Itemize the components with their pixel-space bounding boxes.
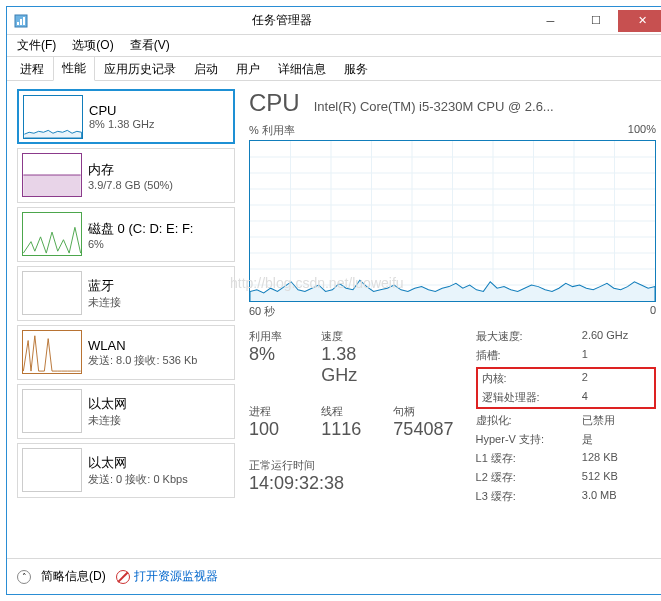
label-l2: L2 缓存: (476, 470, 572, 485)
value-virt: 已禁用 (582, 413, 656, 428)
sidebar-memory-title: 内存 (88, 161, 173, 179)
sidebar-bluetooth-sub: 未连接 (88, 295, 121, 310)
label-max-speed: 最大速度: (476, 329, 572, 344)
disk-mini-chart (22, 212, 82, 256)
value-sockets: 1 (582, 348, 656, 363)
sidebar-ethernet1-title: 以太网 (88, 395, 127, 413)
stat-utilization: 利用率 8% (249, 329, 321, 396)
menu-options[interactable]: 选项(O) (68, 35, 117, 56)
tabstrip: 进程 性能 应用历史记录 启动 用户 详细信息 服务 (7, 57, 661, 81)
value-logical: 4 (582, 390, 650, 405)
label-hyperv: Hyper-V 支持: (476, 432, 572, 447)
tab-users[interactable]: 用户 (227, 57, 269, 81)
bluetooth-mini-chart (22, 271, 82, 315)
maximize-button[interactable]: ☐ (573, 10, 618, 32)
close-button[interactable]: ✕ (618, 10, 661, 32)
sidebar-item-wlan[interactable]: WLAN 发送: 8.0 接收: 536 Kb (17, 325, 235, 380)
sidebar-item-bluetooth[interactable]: 蓝牙 未连接 (17, 266, 235, 321)
sidebar-bluetooth-title: 蓝牙 (88, 277, 121, 295)
open-resource-monitor-link[interactable]: 打开资源监视器 (134, 568, 218, 585)
cpu-usage-chart[interactable]: http://blog.csdn.net/luoweifu (249, 140, 656, 302)
sidebar-item-memory[interactable]: 内存 3.9/7.8 GB (50%) (17, 148, 235, 203)
window-controls: ─ ☐ ✕ (528, 10, 661, 32)
stat-speed: 速度 1.38 GHz (321, 329, 393, 396)
main-panel: CPU Intel(R) Core(TM) i5-3230M CPU @ 2.6… (235, 89, 656, 558)
cpu-mini-chart (23, 95, 83, 139)
sidebar-ethernet2-title: 以太网 (88, 454, 188, 472)
brief-info-button[interactable]: 简略信息(D) (41, 568, 106, 585)
sidebar-item-cpu[interactable]: CPU 8% 1.38 GHz (17, 89, 235, 144)
tab-processes[interactable]: 进程 (11, 57, 53, 81)
tab-app-history[interactable]: 应用历史记录 (95, 57, 185, 81)
wlan-mini-chart (22, 330, 82, 374)
value-max-speed: 2.60 GHz (582, 329, 656, 344)
chart-top-labels: % 利用率 100% (249, 123, 656, 138)
sidebar-wlan-title: WLAN (88, 338, 197, 353)
chart-x-right: 0 (650, 304, 656, 319)
label-l1: L1 缓存: (476, 451, 572, 466)
tab-performance[interactable]: 性能 (53, 56, 95, 81)
svg-rect-4 (23, 175, 80, 196)
content-area: CPU 8% 1.38 GHz 内存 3.9/7.8 GB (50%) 磁盘 (7, 81, 661, 558)
stat-uptime: 正常运行时间 14:09:32:38 (249, 458, 466, 504)
value-hyperv: 是 (582, 432, 656, 447)
main-header: CPU Intel(R) Core(TM) i5-3230M CPU @ 2.6… (249, 89, 656, 117)
sidebar-disk-title: 磁盘 0 (C: D: E: F: (88, 220, 193, 238)
sidebar-memory-sub: 3.9/7.8 GB (50%) (88, 179, 173, 191)
value-l1: 128 KB (582, 451, 656, 466)
sidebar-ethernet1-sub: 未连接 (88, 413, 127, 428)
chevron-up-icon[interactable]: ˄ (17, 570, 31, 584)
stat-threads: 线程 1116 (321, 404, 393, 450)
performance-sidebar: CPU 8% 1.38 GHz 内存 3.9/7.8 GB (50%) 磁盘 (17, 89, 235, 558)
sidebar-item-disk[interactable]: 磁盘 0 (C: D: E: F: 6% (17, 207, 235, 262)
sidebar-ethernet2-sub: 发送: 0 接收: 0 Kbps (88, 472, 188, 487)
task-manager-window: 任务管理器 ─ ☐ ✕ 文件(F) 选项(O) 查看(V) 进程 性能 应用历史… (6, 6, 661, 595)
label-cores: 内核: (482, 371, 572, 386)
menu-file[interactable]: 文件(F) (13, 35, 60, 56)
value-l3: 3.0 MB (582, 489, 656, 504)
menu-view[interactable]: 查看(V) (126, 35, 174, 56)
minimize-button[interactable]: ─ (528, 10, 573, 32)
menubar: 文件(F) 选项(O) 查看(V) (7, 35, 661, 57)
stats-right: 最大速度: 2.60 GHz 插槽: 1 内核: 2 逻辑处理器: 4 虚拟化:… (466, 329, 656, 504)
main-heading: CPU (249, 89, 300, 117)
highlight-cores-logical: 内核: 2 逻辑处理器: 4 (476, 367, 656, 409)
svg-rect-2 (20, 19, 22, 25)
chart-bottom-labels: 60 秒 0 (249, 304, 656, 319)
chart-x-left: 60 秒 (249, 304, 275, 319)
svg-rect-1 (17, 22, 19, 25)
sidebar-item-ethernet1[interactable]: 以太网 未连接 (17, 384, 235, 439)
value-l2: 512 KB (582, 470, 656, 485)
statusbar: ˄ 简略信息(D) 打开资源监视器 (7, 558, 661, 594)
sidebar-wlan-sub: 发送: 8.0 接收: 536 Kb (88, 353, 197, 368)
stats-left: 利用率 8% 速度 1.38 GHz 进程 100 线程 1116 (249, 329, 466, 504)
label-virt: 虚拟化: (476, 413, 572, 428)
cpu-name: Intel(R) Core(TM) i5-3230M CPU @ 2.6... (314, 99, 554, 114)
sidebar-item-ethernet2[interactable]: 以太网 发送: 0 接收: 0 Kbps (17, 443, 235, 498)
app-icon (7, 14, 35, 28)
stat-handles: 句柄 754087 (393, 404, 465, 450)
chart-label-y: % 利用率 (249, 123, 295, 138)
sidebar-disk-sub: 6% (88, 238, 193, 250)
sidebar-cpu-sub: 8% 1.38 GHz (89, 118, 154, 130)
ethernet2-mini-chart (22, 448, 82, 492)
stats-area: 利用率 8% 速度 1.38 GHz 进程 100 线程 1116 (249, 329, 656, 504)
label-logical: 逻辑处理器: (482, 390, 572, 405)
stat-processes: 进程 100 (249, 404, 321, 450)
svg-rect-3 (23, 17, 25, 25)
value-cores: 2 (582, 371, 650, 386)
titlebar: 任务管理器 ─ ☐ ✕ (7, 7, 661, 35)
tab-startup[interactable]: 启动 (185, 57, 227, 81)
label-l3: L3 缓存: (476, 489, 572, 504)
resource-monitor-icon (116, 570, 130, 584)
chart-label-max: 100% (628, 123, 656, 138)
sidebar-cpu-title: CPU (89, 103, 154, 118)
ethernet1-mini-chart (22, 389, 82, 433)
tab-details[interactable]: 详细信息 (269, 57, 335, 81)
label-sockets: 插槽: (476, 348, 572, 363)
tab-services[interactable]: 服务 (335, 57, 377, 81)
window-title: 任务管理器 (35, 12, 528, 29)
memory-mini-chart (22, 153, 82, 197)
